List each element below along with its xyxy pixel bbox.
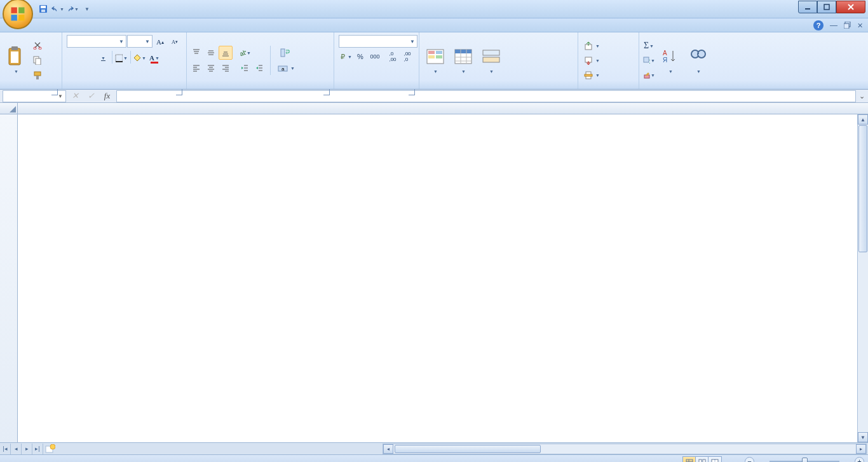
comma-style-icon[interactable]: 000 [368,50,382,64]
insert-function-icon[interactable]: fx [99,90,115,102]
close-button[interactable] [836,1,865,13]
svg-text:a: a [281,66,285,72]
next-sheet-icon[interactable]: ▸ [22,444,32,454]
find-select-button[interactable]: ▼ [685,45,712,76]
underline-button[interactable]: ▼ [96,51,110,65]
normal-view-icon[interactable] [683,457,696,463]
wrap-text-button[interactable] [275,46,298,60]
zoom-in-icon[interactable]: + [855,457,864,462]
qat-customize-icon[interactable]: ▼ [81,3,93,15]
cancel-formula-icon[interactable]: ✕ [67,90,83,102]
spreadsheet-grid: ▲ ▼ [0,103,868,442]
align-center-icon[interactable] [204,61,218,75]
format-painter-icon[interactable] [31,69,44,83]
borders-icon[interactable]: ▼ [114,51,128,65]
increase-indent-icon[interactable] [252,61,266,75]
merge-center-button[interactable]: a ▼ [275,62,298,76]
minimize-ribbon-icon[interactable]: — [830,21,837,30]
clear-icon[interactable]: ▼ [642,68,656,82]
formula-bar: ▼ ✕ ✓ fx ⌄ [0,90,868,103]
prev-sheet-icon[interactable]: ◂ [11,444,22,454]
last-sheet-icon[interactable]: ▸| [32,444,43,454]
format-as-table-button[interactable]: ▼ [450,45,477,76]
title-bar: ▼ ▼ ▼ [0,0,868,18]
italic-button[interactable] [81,51,95,65]
scroll-left-icon[interactable]: ◂ [383,444,393,454]
formula-input[interactable] [116,90,856,102]
maximize-button[interactable] [817,1,836,13]
svg-rect-50 [281,49,285,57]
svg-rect-5 [41,6,46,8]
delete-cells-button[interactable]: ▼ [581,53,603,67]
insert-worksheet-icon[interactable] [43,444,57,453]
zoom-out-icon[interactable]: − [745,457,754,462]
group-number-label [337,87,416,89]
orientation-icon[interactable]: ab▼ [238,46,252,60]
svg-rect-55 [428,51,435,54]
svg-rect-80 [686,459,693,463]
conditional-formatting-button[interactable]: ▼ [422,45,449,76]
cell-styles-button[interactable]: ▼ [478,45,505,76]
shrink-font-icon[interactable]: A▾ [168,35,182,49]
font-name-combo[interactable]: ▼ [67,35,126,48]
grow-font-icon[interactable]: A▴ [153,35,167,49]
autosum-icon[interactable]: Σ▼ [642,39,656,53]
vscroll-thumb[interactable] [858,125,867,252]
quick-access-toolbar: ▼ ▼ ▼ [37,0,93,18]
align-bottom-icon[interactable] [219,46,233,60]
first-sheet-icon[interactable]: |◂ [0,444,11,454]
accounting-format-icon[interactable]: ₽▼ [339,50,353,64]
hscroll-thumb[interactable] [395,445,541,453]
doc-close-icon[interactable]: ✕ [857,22,863,30]
scroll-up-icon[interactable]: ▲ [858,114,868,125]
decrease-decimal-icon[interactable]: ,00,0 [400,50,414,64]
insert-cells-button[interactable]: ▼ [581,39,603,53]
svg-rect-84 [703,459,705,463]
undo-icon[interactable]: ▼ [51,3,64,15]
copy-icon[interactable] [31,53,44,67]
scroll-right-icon[interactable]: ▸ [856,444,866,454]
align-middle-icon[interactable] [204,46,218,60]
doc-restore-icon[interactable] [844,22,851,30]
redo-icon[interactable]: ▼ [66,3,79,15]
vertical-scrollbar[interactable]: ▲ ▼ [857,114,868,442]
font-size-combo[interactable]: ▼ [127,35,153,48]
group-styles-label [422,87,575,89]
paste-button[interactable]: ▼ [3,45,29,76]
select-all-corner[interactable] [0,103,18,114]
align-top-icon[interactable] [189,46,203,60]
group-clipboard-label [3,87,59,89]
minimize-button[interactable] [798,1,817,13]
svg-rect-1 [18,8,24,13]
horizontal-scrollbar[interactable]: ◂ ▸ [383,444,867,454]
align-left-icon[interactable] [189,61,203,75]
save-icon[interactable] [37,3,50,15]
format-cells-button[interactable]: ▼ [581,68,603,82]
help-icon[interactable]: ? [813,20,824,31]
sort-filter-button[interactable]: АЯ ▼ [657,45,684,76]
cells-area[interactable] [18,114,868,442]
office-button[interactable] [3,0,33,29]
view-buttons [682,456,722,463]
bold-button[interactable] [67,51,81,65]
scroll-down-icon[interactable]: ▼ [858,432,868,442]
enter-formula-icon[interactable]: ✓ [83,90,99,102]
svg-rect-71 [644,57,649,62]
font-color-icon[interactable]: A▼ [147,51,161,65]
fill-color-icon[interactable]: ▼ [133,51,147,65]
svg-rect-56 [436,51,442,54]
page-break-view-icon[interactable] [709,457,721,463]
fill-icon[interactable]: ▼ [642,53,656,67]
svg-rect-8 [824,4,829,10]
cut-icon[interactable] [31,38,44,52]
number-format-combo[interactable]: ▼ [339,35,417,48]
page-layout-view-icon[interactable] [696,457,709,463]
decrease-indent-icon[interactable] [238,61,252,75]
align-right-icon[interactable] [219,61,233,75]
increase-decimal-icon[interactable]: ,0,00 [386,50,400,64]
svg-rect-66 [483,57,499,62]
svg-rect-3 [18,15,24,20]
expand-formula-bar-icon[interactable]: ⌄ [856,92,868,100]
svg-rect-18 [34,72,41,76]
percent-icon[interactable]: % [353,50,367,64]
